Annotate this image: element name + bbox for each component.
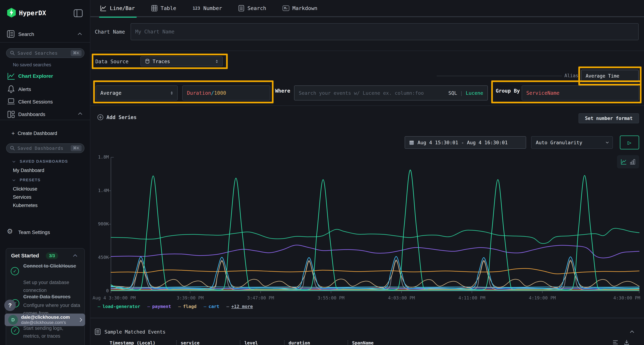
column-header-duration[interactable]: duration [284,340,348,345]
legend-item-flagd[interactable]: —flagd [178,304,196,309]
hyperdx-logo-icon [6,7,16,18]
column-separator[interactable] [176,340,177,345]
add-series-button[interactable]: Add Series [97,114,137,120]
help-button[interactable]: ? [4,300,16,311]
column-separator[interactable] [348,340,348,345]
column-header-service[interactable]: service [176,340,240,345]
legend-item-cart[interactable]: —cart [204,304,219,309]
tab-table[interactable]: Table [151,0,176,17]
tab-search[interactable]: Search [238,0,266,17]
chevron-up-icon[interactable] [78,33,82,37]
time-range-picker[interactable]: Aug 4 15:30:01 - Aug 4 16:30:01 [405,136,526,149]
database-icon [145,59,150,64]
chevron-right-icon [78,318,82,322]
legend-item--12-more[interactable]: —+12 more [226,304,253,309]
sidebar-collapse-icon[interactable] [74,9,83,17]
tab-markdown[interactable]: M↓ Markdown [283,0,317,17]
active-tab-underline [99,17,137,18]
column-separator[interactable] [284,340,284,345]
x-tick-label: 3:55:00 PM [318,295,344,301]
plus-icon: + [12,130,15,137]
legend-item-load-generator[interactable]: —load-generator [98,304,140,309]
number-123-icon: 123 [193,6,200,10]
series-other-green [111,228,639,244]
y-tick-label: 1.8M [92,154,109,160]
sidebar-item-kubernetes[interactable]: Kubernetes [13,203,38,208]
plus-circle-icon [97,114,104,120]
legend-dash-icon: — [178,304,181,309]
where-label: Where [275,88,290,94]
kbd-shortcut: ⌘K [71,145,82,151]
saved-searches-input[interactable]: Saved Searches ⌘K [6,48,84,58]
legend-item-payment[interactable]: —payment [148,304,171,309]
play-icon: ▷ [628,139,631,146]
set-number-format-button[interactable]: Set number format [578,113,639,123]
collapse-section-icon[interactable] [630,331,634,335]
download-icon[interactable] [624,340,629,345]
sample-events-header[interactable]: Sample Matched Events [95,329,166,335]
lucene-toggle[interactable]: Lucene [466,90,483,96]
series-cart [111,257,639,289]
sidebar: HyperDX Search Saved Searches ⌘K No save… [0,0,90,345]
saved-searches-placeholder: Saved Searches [18,50,58,56]
sidebar-item-team-settings[interactable]: Team Settings [18,230,50,235]
legend-dash-icon: — [226,304,229,309]
chevron-up-icon[interactable] [73,254,77,259]
presets-header[interactable]: PRESETS [20,178,40,182]
sql-toggle[interactable]: SQL [448,90,457,96]
series-load-generator [111,170,639,290]
x-tick-label: 4:03:00 PM [388,295,415,301]
tab-number[interactable]: 123 Number [193,0,222,17]
list-icon [95,329,100,335]
chart-canvas [107,154,643,297]
markdown-icon: M↓ [283,5,289,11]
group-by-label: Group By [496,88,520,94]
saved-dashboards-placeholder: Saved Dashboards [18,146,64,151]
y-tick-label: 1.4M [92,188,109,193]
where-search-input[interactable]: Search your events w/ Lucene ex. column:… [294,85,488,100]
sidebar-item-clickhouse[interactable]: ClickHouse [13,186,38,192]
sidebar-item-dashboards[interactable]: Dashboards [18,111,45,117]
chart-name-placeholder: My Chart Name [135,29,174,35]
granularity-select[interactable]: Auto Granularity [531,136,613,149]
chevron-down-icon[interactable] [12,178,16,181]
aggregation-select[interactable]: Average [96,85,178,100]
column-header-timestamp-local-[interactable]: Timestamp (Local) [110,340,176,345]
gear-icon: ⚙ [7,227,13,235]
sidebar-item-client-sessions[interactable]: Client Sessions [18,99,53,105]
saved-dashboards-header[interactable]: SAVED DASHBOARDS [20,159,68,164]
data-source-select[interactable]: Traces [140,56,223,66]
step-subtitle: Start sending logs, metrics, or traces [23,324,80,340]
column-options-icon[interactable] [613,340,618,345]
search-icon [10,146,15,151]
sidebar-item-search[interactable]: Search [18,31,34,37]
sidebar-item-alerts[interactable]: Alerts [18,86,31,92]
chart-name-input[interactable]: My Chart Name [130,23,639,40]
column-header-spanname[interactable]: SpanName [348,340,423,345]
expression-input[interactable]: Duration/1000 [182,85,270,100]
x-tick-label: Aug 4 3:30:00 PM [93,295,136,301]
step-check-icon: ✓ [11,267,19,275]
sidebar-item-my-dashboard[interactable]: My Dashboard [13,168,44,173]
saved-dashboards-input[interactable]: Saved Dashboards ⌘K [6,143,84,153]
avatar: D [8,315,18,325]
sidebar-item-chart-explorer[interactable]: Chart Explorer [18,73,53,79]
group-by-input[interactable]: ServiceName [522,85,639,100]
create-dashboard-button[interactable]: + Create Dashboard [12,130,57,137]
chevron-down-icon[interactable] [12,160,16,163]
table-header-row: Timestamp (Local)serviceleveldurationSpa… [110,339,423,345]
legend-dash-icon: — [148,304,150,309]
column-separator[interactable] [240,340,240,345]
chart-type-tabbar: Line/Bar Table 123 Number [90,0,644,17]
run-query-button[interactable]: ▷ [620,135,639,149]
user-menu[interactable]: D dale@clickhouse.com dale@clickhouse.co… [5,314,85,326]
chevron-up-icon[interactable] [78,112,82,117]
get-started-title: Get Started [11,253,39,259]
get-started-card: Get Started 3/3 ✓ Connect to ClickHouse … [6,248,85,345]
sidebar-item-services[interactable]: Services [13,195,32,200]
timeseries-chart[interactable]: 0450K900K1.4M1.8M Aug 4 3:30:00 PM3:39:0… [90,154,644,309]
tab-line-bar[interactable]: Line/Bar [100,0,135,17]
line-chart-icon [100,5,106,11]
chart-explorer-icon [7,72,15,80]
column-header-level[interactable]: level [240,340,284,345]
